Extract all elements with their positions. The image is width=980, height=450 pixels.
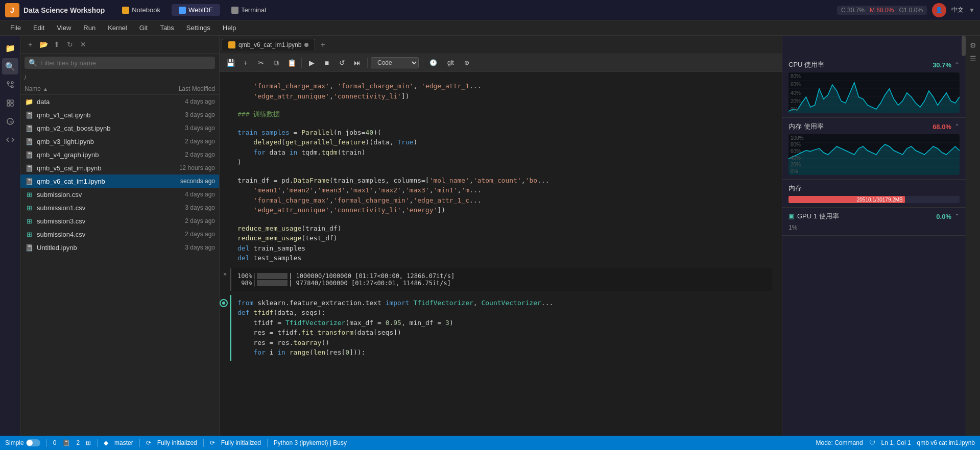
file-item[interactable]: 📓 qmb_v2_cat_boost.ipynb 3 days ago <box>20 121 219 135</box>
file-date: 3 days ago <box>149 111 215 118</box>
simple-toggle-track[interactable] <box>26 439 40 446</box>
menu-help[interactable]: Help <box>218 22 242 34</box>
mem-bar-text: 20510.1/30179.2MB <box>857 197 903 203</box>
mem-bar-container: 20510.1/30179.2MB <box>788 196 960 203</box>
mem-chart: 100% 80% 60% 40% 20% 0% <box>788 134 960 175</box>
add-cell-button[interactable]: + <box>239 56 252 69</box>
tab-notebook[interactable]: Notebook <box>115 4 168 16</box>
refresh-button[interactable]: ↻ <box>64 39 76 50</box>
mem-value: 68.0% <box>933 123 951 131</box>
mem-canvas <box>788 134 960 175</box>
menu-run[interactable]: Run <box>78 22 101 34</box>
file-item[interactable]: 📁 data 4 days ago <box>20 95 219 108</box>
file-item[interactable]: ⊞ submission.csv 4 days ago <box>20 188 219 201</box>
menu-git[interactable]: Git <box>134 22 153 34</box>
file-item[interactable]: ⊞ submission1.csv 3 days ago <box>20 201 219 214</box>
mem-bar-title: 内存 <box>788 184 802 193</box>
mem-expand[interactable]: ⌃ <box>954 123 960 130</box>
add-tab-button[interactable]: + <box>316 38 329 52</box>
menu-settings[interactable]: Settings <box>181 22 216 34</box>
file-item[interactable]: ⊞ submission3.csv 2 days ago <box>20 214 219 228</box>
git-toolbar-button[interactable]: git <box>443 58 458 67</box>
tab-webide[interactable]: WebIDE <box>172 4 220 16</box>
monitor-scrollbar[interactable] <box>962 36 966 56</box>
svg-point-2 <box>11 82 13 84</box>
file-item[interactable]: 📓 qmb_v3_light.ipynb 2 days ago <box>20 135 219 148</box>
more-button[interactable]: ⊕ <box>460 58 473 67</box>
status-sync-icon: ⟳ <box>146 439 151 446</box>
cell-running-content: from sklearn.feature_extraction.text imp… <box>230 295 772 361</box>
file-date: 2 days ago <box>149 217 215 224</box>
file-item[interactable]: 📓 qmb_v1_cat.ipynb 3 days ago <box>20 108 219 121</box>
fast-forward-button[interactable]: ⏭ <box>351 56 364 69</box>
run-button[interactable]: ▶ <box>305 56 318 69</box>
mem-rate-header: 内存 使用率 68.0% ⌃ <box>788 122 960 131</box>
svg-point-0 <box>7 82 9 84</box>
file-column-modified[interactable]: Last Modified <box>149 85 215 92</box>
code-area[interactable]: 'formal_charge_max', 'formal_charge_min'… <box>220 72 782 436</box>
search-input[interactable] <box>40 59 211 67</box>
settings-icon[interactable]: ⚙ <box>968 40 979 51</box>
breadcrumb: / <box>20 72 219 83</box>
sidebar-icon-extensions[interactable] <box>2 95 18 111</box>
mem-bar-section: 内存 20510.1/30179.2MB <box>782 180 966 208</box>
clock-button[interactable]: 🕐 <box>425 58 441 67</box>
menu-view[interactable]: View <box>52 22 76 34</box>
file-item[interactable]: 📓 qmb_v5_cat_im.ipynb 12 hours ago <box>20 161 219 174</box>
cpu-section: CPU 使用率 30.7% ⌃ 80% 60% 40% 20% 0% <box>782 56 966 118</box>
sidebar-icon-folder[interactable]: 📁 <box>2 40 18 56</box>
menu-tabs[interactable]: Tabs <box>155 22 179 34</box>
menu-file[interactable]: File <box>5 22 26 34</box>
gpu-expand[interactable]: ⌃ <box>954 213 960 220</box>
new-folder-button[interactable]: 📂 <box>38 39 49 50</box>
file-icon: 📓 <box>25 150 34 159</box>
language-button[interactable]: 中文 <box>951 6 964 14</box>
status-sep-2 <box>97 439 98 447</box>
gpu-value: 0.0% <box>936 213 951 220</box>
sidebar-icon-jobs[interactable]: JOB <box>2 113 18 130</box>
copy-button[interactable]: ⧉ <box>270 56 283 69</box>
user-avatar[interactable]: 👤 <box>932 3 946 17</box>
cell-mode-select[interactable]: Code Markdown Raw <box>371 57 419 68</box>
toolbar-separator-3 <box>422 58 422 68</box>
clear-button[interactable]: ✕ <box>78 39 89 50</box>
cpu-expand[interactable]: ⌃ <box>954 61 960 68</box>
notebook-file-icon <box>228 41 235 48</box>
menu-kernel[interactable]: Kernel <box>103 22 132 34</box>
file-item[interactable]: 📓 qmb_v4_graph.ipynb 2 days ago <box>20 148 219 161</box>
tab-terminal[interactable]: Terminal <box>224 4 273 16</box>
status-icon-grid: ⊞ <box>86 439 91 446</box>
output-close-button[interactable]: ✕ <box>223 270 227 278</box>
cell-5: reduce_mem_usage(train_df) reduce_mem_us… <box>230 220 772 266</box>
paste-button[interactable]: 📋 <box>285 56 298 69</box>
file-column-name[interactable]: Name ▲ <box>25 85 149 92</box>
file-item[interactable]: ⊞ submission4.csv 2 days ago <box>20 228 219 241</box>
file-name: submission.csv <box>37 191 149 198</box>
new-file-button[interactable]: + <box>25 39 36 50</box>
upload-button[interactable]: ⬆ <box>51 39 62 50</box>
file-item[interactable]: 📓 qmb_v6_cat_im1.ipynb seconds ago <box>20 174 219 188</box>
simple-toggle[interactable]: Simple <box>5 439 40 446</box>
file-item[interactable]: 📓 Untitled.ipynb 3 days ago <box>20 241 219 254</box>
file-date: 4 days ago <box>149 98 215 105</box>
file-date: 2 days ago <box>149 138 215 145</box>
sidebar-icon-code[interactable] <box>2 132 18 148</box>
cell-running-indicator <box>220 299 228 307</box>
save-button[interactable]: 💾 <box>224 56 237 69</box>
svg-text:JOB: JOB <box>9 120 14 124</box>
notebook-unsaved-dot <box>304 43 308 47</box>
sidebar-icon-git[interactable] <box>2 77 18 93</box>
cell-2: ### 训练数据 <box>230 106 772 122</box>
status-sep-4 <box>203 439 204 447</box>
cpu-title: CPU 使用率 <box>788 60 824 69</box>
status-sep-5 <box>267 439 268 447</box>
restart-button[interactable]: ↺ <box>336 56 349 69</box>
notebook-tab[interactable]: qmb_v6_cat_im1.ipynb <box>222 39 315 51</box>
gpu-percent-label: 1% <box>788 224 797 231</box>
cut-button[interactable]: ✂ <box>254 56 268 69</box>
menu-edit[interactable]: Edit <box>28 22 50 34</box>
right-edge-icon2[interactable]: ☰ <box>968 53 979 64</box>
stop-button[interactable]: ■ <box>320 56 333 69</box>
sidebar-icon-search[interactable]: 🔍 <box>2 58 18 74</box>
status-branch: master <box>114 439 133 446</box>
